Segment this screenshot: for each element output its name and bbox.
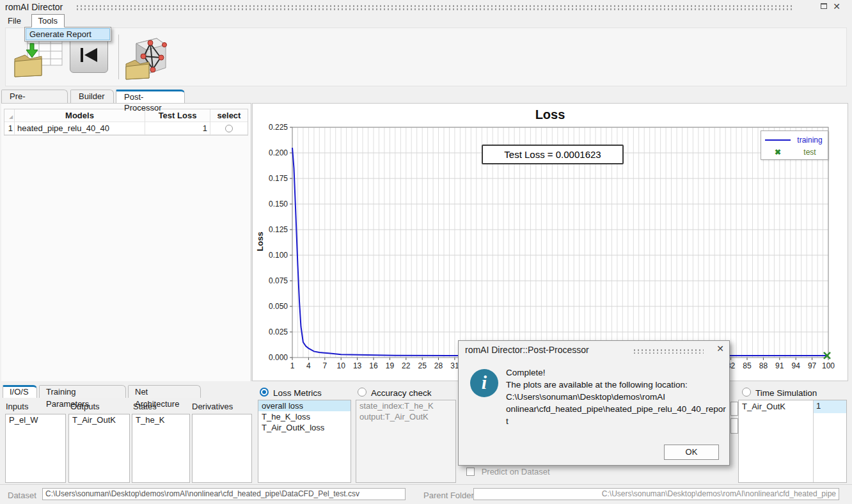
post-processor-dialog: romAI Director::Post-Processor ✕ i Compl… bbox=[458, 340, 730, 466]
maximize-button[interactable] bbox=[819, 2, 829, 12]
svg-text:25: 25 bbox=[418, 361, 427, 370]
loss-metrics-list[interactable]: overall lossT_he_K_lossT_Air_OutK_loss bbox=[258, 400, 351, 483]
hidden-field-stub bbox=[730, 402, 738, 416]
svg-text:10: 10 bbox=[337, 361, 346, 370]
tab-training-parameters[interactable]: Training Parameters bbox=[39, 385, 126, 398]
reset-button[interactable] bbox=[70, 37, 108, 73]
list-item[interactable]: state_index:T_he_K bbox=[356, 400, 455, 411]
svg-text:0.175: 0.175 bbox=[269, 174, 288, 183]
table-corner-icon: ◢ bbox=[10, 114, 13, 119]
loss-metrics-radio[interactable] bbox=[260, 388, 269, 397]
model-select-radio[interactable] bbox=[225, 125, 233, 132]
tab-post-processor[interactable]: Post-Processor bbox=[116, 90, 185, 103]
menu-tools[interactable]: Tools bbox=[31, 14, 65, 28]
svg-text:19: 19 bbox=[386, 361, 395, 370]
predict-on-dataset-row: Predict on Dataset bbox=[466, 467, 550, 476]
derivatives-list[interactable] bbox=[192, 414, 252, 483]
list-item[interactable]: P_el_W bbox=[6, 414, 65, 425]
menu-item-generate-report[interactable]: Generate Report bbox=[26, 28, 110, 40]
svg-text:7: 7 bbox=[322, 361, 327, 370]
list-item[interactable]: T_he_K_loss bbox=[258, 411, 351, 422]
svg-text:91: 91 bbox=[775, 361, 784, 370]
tab-ios[interactable]: I/O/S bbox=[3, 385, 37, 398]
svg-text:0.025: 0.025 bbox=[269, 327, 288, 336]
table-row[interactable]: 1 heated_pipe_relu_40_40 1 bbox=[4, 122, 248, 135]
time-simulation-table[interactable]: T_Air_OutK 1 bbox=[738, 400, 847, 483]
toolbar-separator bbox=[118, 35, 119, 79]
list-item[interactable]: T_he_K bbox=[132, 414, 189, 425]
info-icon: i bbox=[470, 369, 498, 397]
close-icon: ✕ bbox=[833, 1, 840, 12]
svg-text:0.050: 0.050 bbox=[269, 302, 288, 311]
y-axis-label: Loss bbox=[255, 232, 265, 251]
row-index: 1 bbox=[4, 122, 15, 135]
dialog-grip bbox=[633, 349, 704, 354]
svg-text:0.125: 0.125 bbox=[269, 225, 288, 234]
loss-metrics-label: Loss Metrics bbox=[273, 388, 322, 398]
menu-bar: File Tools bbox=[0, 14, 852, 27]
tab-net-architecture[interactable]: Net Architecture bbox=[128, 385, 201, 398]
close-button[interactable]: ✕ bbox=[832, 2, 842, 12]
load-model-icon bbox=[125, 35, 168, 82]
time-simulation-label: Time Simulation bbox=[755, 388, 817, 398]
dialog-message-line: onlinear\cfd_heated_pipe\heated_pipe_rel… bbox=[506, 403, 727, 427]
svg-text:0.000: 0.000 bbox=[269, 353, 288, 362]
legend-test-label: test bbox=[796, 148, 824, 157]
parent-folder-path-field[interactable]: C:\Users\sonuman\Desktop\demos\romAI\non… bbox=[473, 488, 839, 500]
list-item[interactable]: T_Air_OutK_loss bbox=[258, 422, 351, 433]
title-bar: romAI Director ✕ bbox=[0, 0, 852, 14]
load-model-button[interactable] bbox=[125, 35, 168, 84]
romai-director-window: { "window": {"title": "romAI Director"},… bbox=[0, 0, 852, 504]
inputs-list[interactable]: P_el_W bbox=[5, 414, 66, 483]
dialog-message-line: Complete! bbox=[506, 366, 727, 379]
inputs-header: Inputs bbox=[6, 402, 28, 411]
list-item[interactable]: overall loss bbox=[258, 400, 351, 411]
accuracy-check-list[interactable]: state_index:T_he_Koutput:T_Air_OutK bbox=[356, 400, 456, 483]
accuracy-check-radio[interactable] bbox=[358, 388, 367, 397]
loss-chart-panel: Loss Loss 147101316192225283134374043464… bbox=[252, 103, 848, 381]
dataset-path-field[interactable]: C:\Users\sonuman\Desktop\demos\romAI\non… bbox=[42, 488, 406, 500]
svg-text:88: 88 bbox=[759, 361, 768, 370]
list-item[interactable]: T_Air_OutK bbox=[69, 414, 129, 425]
parent-folder-label: Parent Folder bbox=[423, 491, 474, 500]
ok-button[interactable]: OK bbox=[664, 445, 719, 460]
window-title: romAI Director bbox=[5, 2, 63, 12]
svg-text:85: 85 bbox=[743, 361, 752, 370]
titlebar-grip bbox=[75, 4, 792, 10]
chart-title: Loss bbox=[253, 107, 848, 122]
svg-text:4: 4 bbox=[306, 361, 311, 370]
svg-text:28: 28 bbox=[434, 361, 443, 370]
dataset-label: Dataset bbox=[8, 491, 36, 500]
maximize-icon bbox=[821, 3, 827, 9]
test-x-marker-icon: ✖ bbox=[765, 148, 791, 157]
import-dataset-button[interactable] bbox=[13, 35, 65, 83]
predict-on-dataset-checkbox[interactable] bbox=[466, 468, 475, 476]
test-loss-annotation: Test Loss = 0.0001623 bbox=[482, 145, 624, 164]
skip-back-icon bbox=[79, 47, 99, 63]
dialog-message: Complete!The plots are available at the … bbox=[506, 366, 727, 427]
dialog-close-button[interactable]: ✕ bbox=[716, 343, 724, 354]
list-item[interactable]: output:T_Air_OutK bbox=[356, 411, 455, 422]
tab-pre-processor[interactable]: Pre-Processor bbox=[1, 90, 68, 103]
time-simulation-radio[interactable] bbox=[742, 388, 751, 397]
close-icon: ✕ bbox=[716, 343, 724, 354]
ts-row-value[interactable]: 1 bbox=[814, 400, 846, 413]
states-list[interactable]: T_he_K bbox=[132, 414, 190, 483]
states-header: States bbox=[133, 402, 157, 411]
hidden-field-stub bbox=[730, 418, 738, 434]
dialog-message-line: The plots are available at the following… bbox=[506, 379, 727, 391]
svg-text:100: 100 bbox=[822, 361, 835, 370]
legend-test-row: ✖ test bbox=[765, 146, 824, 158]
chart-legend: training ✖ test bbox=[761, 130, 828, 160]
derivatives-header: Derivatives bbox=[192, 402, 233, 411]
svg-text:1: 1 bbox=[290, 361, 295, 370]
svg-text:94: 94 bbox=[792, 361, 801, 370]
menu-file[interactable]: File bbox=[1, 15, 28, 27]
col-select[interactable]: select bbox=[210, 109, 248, 122]
svg-text:0.075: 0.075 bbox=[269, 276, 288, 285]
outputs-header: Outputs bbox=[70, 402, 100, 411]
svg-text:0.100: 0.100 bbox=[269, 251, 288, 260]
tab-builder[interactable]: Builder bbox=[70, 90, 114, 103]
outputs-list[interactable]: T_Air_OutK bbox=[68, 414, 130, 483]
training-line-icon bbox=[765, 139, 791, 141]
